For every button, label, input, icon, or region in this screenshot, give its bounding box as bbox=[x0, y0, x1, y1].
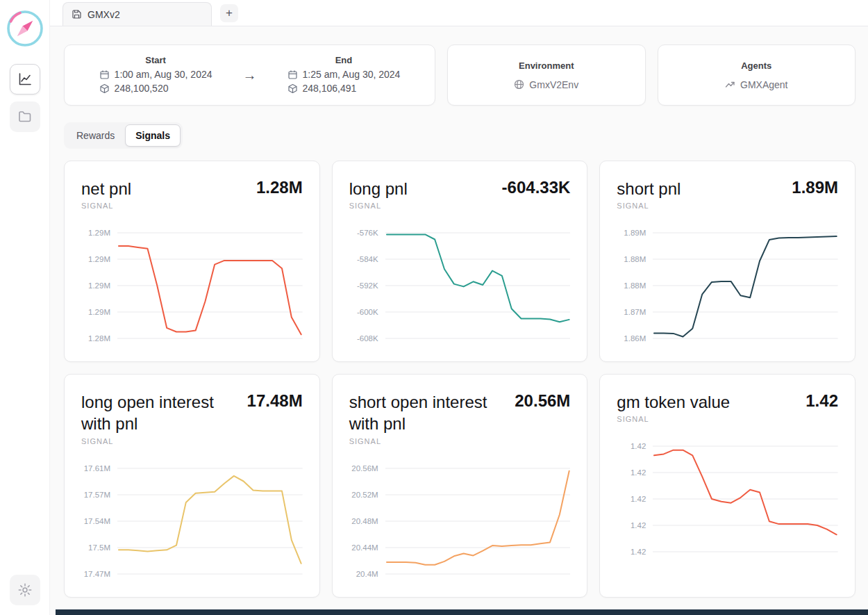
y-axis-label: -592K bbox=[357, 280, 378, 291]
end-datetime: 1:25 am, Aug 30, 2024 bbox=[287, 67, 401, 81]
sidebar bbox=[0, 0, 50, 615]
chart-card-short-open-interest: short open interest with pnl SIGNAL 20.5… bbox=[332, 374, 588, 597]
tab-gmxv2[interactable]: GMXv2 bbox=[62, 2, 212, 26]
y-axis-label: 1.29M bbox=[88, 280, 110, 291]
start-label: Start bbox=[145, 55, 166, 65]
content-area: GMXv2 + Start 1:00 am, Aug 30, 2024 bbox=[50, 0, 868, 609]
end-block-text: 248,106,491 bbox=[303, 83, 357, 94]
calendar-icon bbox=[99, 69, 110, 80]
chart-card-long-pnl: long pnl SIGNAL -604.33K -576K-584K-592K… bbox=[332, 161, 588, 362]
calendar-icon bbox=[287, 69, 298, 80]
save-icon bbox=[72, 9, 82, 19]
view-toggle: Rewards Signals bbox=[64, 122, 183, 149]
chart-header: net pnl SIGNAL 1.28M bbox=[81, 178, 303, 210]
y-axis-label: 17.57M bbox=[84, 489, 110, 500]
agents-label: Agents bbox=[741, 60, 771, 71]
chart-value: 20.56M bbox=[515, 391, 570, 411]
settings-button[interactable] bbox=[10, 575, 40, 605]
range-end: End 1:25 am, Aug 30, 2024 bbox=[287, 55, 401, 95]
y-axis-label: 1.87M bbox=[624, 306, 646, 318]
chart-title-block: short open interest with pnl SIGNAL bbox=[349, 391, 507, 445]
agents-value-text: GMXAgent bbox=[740, 79, 787, 90]
summary-row: Start 1:00 am, Aug 30, 2024 bbox=[64, 44, 856, 106]
y-axis-label: 1.86M bbox=[624, 333, 646, 344]
environment-label: Environment bbox=[519, 60, 574, 71]
chart-header: short open interest with pnl SIGNAL 20.5… bbox=[349, 391, 571, 445]
chart-plot: 1.29M1.29M1.29M1.29M1.28M bbox=[81, 227, 303, 345]
summary-card-environment: Environment GmxV2Env bbox=[447, 44, 646, 106]
chart-kind-label: SIGNAL bbox=[617, 415, 730, 423]
y-axis-label: -576K bbox=[357, 227, 378, 238]
chart-kind-label: SIGNAL bbox=[81, 202, 131, 210]
end-label: End bbox=[335, 55, 353, 65]
chart-canvas bbox=[385, 462, 571, 580]
start-block-text: 248,100,520 bbox=[115, 83, 169, 94]
main-panel: Start 1:00 am, Aug 30, 2024 bbox=[50, 26, 868, 609]
chart-value: 17.48M bbox=[247, 391, 303, 411]
chart-title-block: long open interest with pnl SIGNAL bbox=[81, 391, 239, 445]
chart-title: gm token value bbox=[617, 391, 730, 413]
y-axis-label: 20.56M bbox=[351, 463, 378, 474]
end-block: 248,106,491 bbox=[287, 81, 357, 95]
tab-signals[interactable]: Signals bbox=[125, 124, 181, 147]
chart-value: -604.33K bbox=[502, 178, 571, 197]
summary-card-agents: Agents GMXAgent bbox=[658, 44, 856, 106]
app-logo bbox=[6, 10, 44, 47]
tab-bar: GMXv2 + bbox=[50, 0, 868, 26]
chart-title-block: short pnl SIGNAL bbox=[617, 178, 681, 210]
environment-value-text: GmxV2Env bbox=[529, 79, 578, 90]
y-axis: 17.61M17.57M17.54M17.5M17.47M bbox=[81, 462, 117, 580]
chart-header: long open interest with pnl SIGNAL 17.48… bbox=[81, 391, 303, 445]
chart-header: long pnl SIGNAL -604.33K bbox=[349, 178, 571, 210]
chart-title: short pnl bbox=[617, 178, 681, 199]
y-axis-label: 1.42 bbox=[631, 493, 646, 505]
y-axis-label: 1.42 bbox=[631, 520, 646, 531]
footer-bar bbox=[56, 609, 868, 615]
add-tab-button[interactable]: + bbox=[220, 4, 238, 22]
chart-title-block: net pnl SIGNAL bbox=[81, 178, 131, 210]
y-axis-label: 1.29M bbox=[88, 254, 110, 265]
y-axis-label: 17.61M bbox=[84, 463, 110, 474]
y-axis-label: 1.29M bbox=[88, 306, 110, 318]
y-axis: -576K-584K-592K-600K-608K bbox=[349, 227, 385, 345]
agents-value: GMXAgent bbox=[725, 79, 787, 90]
chart-value: 1.28M bbox=[256, 178, 303, 197]
start-datetime: 1:00 am, Aug 30, 2024 bbox=[99, 67, 212, 81]
y-axis: 1.29M1.29M1.29M1.29M1.28M bbox=[81, 227, 117, 345]
chart-card-gm-token-value: gm token value SIGNAL 1.42 1.421.421.421… bbox=[599, 374, 856, 597]
chart-line bbox=[654, 450, 837, 535]
y-axis-label: 20.52M bbox=[351, 489, 378, 500]
y-axis-label: 20.4M bbox=[356, 568, 378, 580]
y-axis-label: -600K bbox=[357, 306, 378, 318]
chart-title-block: gm token value SIGNAL bbox=[617, 391, 730, 423]
chart-plot: -576K-584K-592K-600K-608K bbox=[349, 227, 571, 345]
block-icon bbox=[99, 83, 110, 94]
chart-canvas bbox=[117, 462, 303, 580]
y-axis-label: 1.28M bbox=[88, 333, 110, 344]
y-axis-label: 1.29M bbox=[88, 227, 110, 238]
chart-line bbox=[119, 475, 301, 563]
y-axis-label: 1.42 bbox=[631, 546, 646, 557]
chart-kind-label: SIGNAL bbox=[81, 437, 239, 445]
tab-rewards[interactable]: Rewards bbox=[66, 124, 125, 147]
y-axis-label: 20.48M bbox=[351, 516, 378, 527]
compass-icon bbox=[6, 10, 44, 47]
chart-plot: 20.56M20.52M20.48M20.44M20.4M bbox=[349, 462, 571, 580]
chart-title: long pnl bbox=[349, 178, 408, 199]
chart-value: 1.89M bbox=[792, 178, 838, 197]
y-axis-label: 1.42 bbox=[631, 467, 646, 478]
y-axis-label: 20.44M bbox=[351, 542, 378, 553]
y-axis-label: -608K bbox=[357, 333, 378, 344]
chart-canvas bbox=[385, 227, 571, 345]
start-datetime-text: 1:00 am, Aug 30, 2024 bbox=[115, 69, 212, 80]
sidebar-item-files[interactable] bbox=[10, 101, 40, 132]
chart-kind-label: SIGNAL bbox=[349, 437, 507, 445]
sidebar-item-charts[interactable] bbox=[10, 64, 40, 95]
chart-line bbox=[654, 236, 837, 336]
chart-kind-label: SIGNAL bbox=[617, 202, 681, 210]
y-axis-label: 1.88M bbox=[624, 254, 646, 265]
range-start: Start 1:00 am, Aug 30, 2024 bbox=[99, 55, 212, 95]
block-icon bbox=[287, 83, 298, 94]
y-axis: 1.89M1.88M1.88M1.87M1.86M bbox=[617, 227, 653, 345]
y-axis-label: 1.88M bbox=[624, 280, 646, 291]
